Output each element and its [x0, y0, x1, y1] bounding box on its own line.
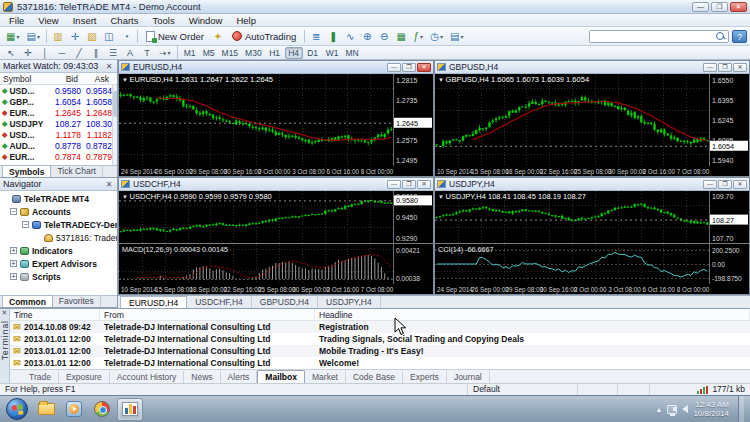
- timeframe-h1[interactable]: H1: [266, 47, 284, 59]
- terminal-tab-code-base[interactable]: Code Base: [346, 371, 403, 383]
- vertical-line-button[interactable]: │: [37, 47, 53, 59]
- menu-tools[interactable]: Tools: [145, 15, 181, 26]
- status-profile[interactable]: Default: [468, 384, 578, 395]
- chart-window-usdjpy[interactable]: USDJPY,H4 — ❐ ✕ 200.25000.00-198.8750CCI…: [434, 177, 750, 295]
- search-input[interactable]: [590, 31, 716, 42]
- close-button[interactable]: ✕: [733, 63, 747, 72]
- community-help-button[interactable]: ?: [732, 30, 747, 43]
- market-watch-row[interactable]: ◆USDJPY108.27108.30: [0, 118, 112, 129]
- minimize-button[interactable]: —: [703, 180, 717, 189]
- chart-tab-gbpusd-h4[interactable]: GBPUSD,H4: [252, 296, 318, 308]
- mail-row[interactable]: ✉2013.01.01 12:00Teletrade-DJ Internatio…: [10, 333, 750, 345]
- fibonacci-button[interactable]: ☰: [105, 47, 121, 59]
- templates-button[interactable]: ▤▾: [447, 29, 466, 44]
- chart-window-usdchf[interactable]: USDCHF,H4 — ❐ ✕ 0.004210.00038MACD(12,26…: [118, 177, 434, 295]
- chart-canvas[interactable]: 1.65501.63951.62451.60951.59401.605410 S…: [435, 74, 749, 176]
- timeframe-w1[interactable]: W1: [323, 47, 342, 59]
- chart-titlebar[interactable]: USDJPY,H4 — ❐ ✕: [435, 178, 749, 191]
- chart-canvas[interactable]: 200.25000.00-198.8750CCI(14) -66.6667109…: [435, 191, 749, 294]
- tray-expand-icon[interactable]: ▲: [655, 406, 662, 413]
- arrows-button[interactable]: ⇢▾: [156, 47, 174, 59]
- timeframe-m30[interactable]: M30: [242, 47, 265, 59]
- menu-window[interactable]: Window: [182, 15, 230, 26]
- menu-insert[interactable]: Insert: [66, 15, 104, 26]
- restore-button[interactable]: ❐: [711, 2, 728, 12]
- candlestick-chart-button[interactable]: ❚: [325, 29, 341, 44]
- tree-item-indicators[interactable]: +Indicators: [0, 244, 117, 257]
- trendline-button[interactable]: ╱: [71, 47, 87, 59]
- strategy-tester-button[interactable]: ◔: [118, 29, 134, 44]
- navigator-button[interactable]: ▧: [84, 29, 100, 44]
- restore-button[interactable]: ❐: [718, 180, 732, 189]
- market-watch-row[interactable]: ◆AUD...0.87780.8782: [0, 140, 112, 151]
- new-chart-button[interactable]: ▦▾: [3, 29, 22, 44]
- tab-favorites[interactable]: Favorites: [53, 295, 101, 307]
- line-chart-button[interactable]: ∿: [342, 29, 358, 44]
- tab-symbols[interactable]: Symbols: [2, 165, 51, 177]
- terminal-tab-trade[interactable]: Trade: [22, 371, 59, 383]
- chart-tab-usdchf-h4[interactable]: USDCHF,H4: [187, 296, 252, 308]
- terminal-tab-experts[interactable]: Experts: [403, 371, 447, 383]
- market-watch-row[interactable]: ◆USD...0.95800.9584: [0, 85, 112, 96]
- timeframe-m15[interactable]: M15: [219, 47, 242, 59]
- timeframe-h4[interactable]: H4: [285, 47, 303, 59]
- close-icon[interactable]: ✕: [104, 62, 114, 71]
- timeframe-m1[interactable]: M1: [181, 47, 199, 59]
- scrollbar-thumb[interactable]: [113, 91, 117, 117]
- restore-button[interactable]: ❐: [402, 63, 416, 72]
- tree-item-5371816-trader-n[interactable]: 5371816: Trader N: [0, 231, 117, 244]
- chart-tab-eurusd-h4[interactable]: EURUSD,H4: [120, 296, 187, 308]
- tree-item-scripts[interactable]: +Scripts: [0, 270, 117, 283]
- expand-icon[interactable]: +: [10, 247, 17, 254]
- tree-item-accounts[interactable]: −Accounts: [0, 205, 117, 218]
- restore-button[interactable]: ❐: [718, 63, 732, 72]
- timeframe-m5[interactable]: M5: [200, 47, 218, 59]
- close-button[interactable]: ✕: [733, 180, 747, 189]
- chart-canvas[interactable]: 0.004210.00038MACD(12,26,9) 0.00043 0.00…: [119, 191, 433, 294]
- menu-help[interactable]: Help: [229, 15, 263, 26]
- mail-row[interactable]: ✉2013.01.01 12:00Teletrade-DJ Internatio…: [10, 357, 750, 369]
- collapse-icon[interactable]: −: [22, 221, 29, 228]
- start-button[interactable]: [6, 398, 28, 420]
- menu-charts[interactable]: Charts: [104, 15, 146, 26]
- taskbar-explorer[interactable]: [33, 398, 59, 421]
- terminal-tab-account-history[interactable]: Account History: [110, 371, 185, 383]
- minimize-button[interactable]: —: [387, 63, 401, 72]
- taskbar-media-player[interactable]: [61, 398, 87, 421]
- market-watch-button[interactable]: ▥: [50, 29, 66, 44]
- close-icon[interactable]: ✕: [2, 309, 8, 318]
- chart-tab-usdjpy-h4[interactable]: USDJPY,H4: [318, 296, 381, 308]
- restore-button[interactable]: ❐: [402, 180, 416, 189]
- tab-tick-chart[interactable]: Tick Chart: [51, 165, 102, 177]
- channel-button[interactable]: ∥: [88, 47, 104, 59]
- close-button[interactable]: ✕: [417, 63, 431, 72]
- periods-button[interactable]: ◷▾: [427, 29, 446, 44]
- taskbar-clock[interactable]: 12:43 AM 10/8/2014: [693, 400, 729, 418]
- text-button[interactable]: A: [122, 47, 138, 59]
- menu-file[interactable]: File: [2, 15, 31, 26]
- collapse-icon[interactable]: −: [10, 208, 17, 215]
- chart-canvas[interactable]: 1.28151.27351.26551.25751.24951.264524 S…: [119, 74, 433, 176]
- label-button[interactable]: T: [139, 47, 155, 59]
- terminal-tab-exposure[interactable]: Exposure: [59, 371, 110, 383]
- expand-icon[interactable]: +: [10, 273, 17, 280]
- close-icon[interactable]: ✕: [104, 180, 114, 189]
- terminal-tab-journal[interactable]: Journal: [447, 371, 490, 383]
- chart-window-gbpusd[interactable]: GBPUSD,H4 — ❐ ✕ 1.65501.63951.62451.6095…: [434, 60, 750, 177]
- autotrading-button[interactable]: AutoTrading: [227, 29, 301, 44]
- taskbar-chrome[interactable]: [89, 398, 115, 421]
- market-watch-row[interactable]: ◆GBP...1.60541.6058: [0, 96, 112, 107]
- tile-windows-button[interactable]: ▦: [393, 29, 409, 44]
- chart-titlebar[interactable]: GBPUSD,H4 — ❐ ✕: [435, 61, 749, 74]
- speaker-icon[interactable]: [682, 405, 688, 413]
- chart-window-eurusd[interactable]: EURUSD,H4 — ❐ ✕ 1.28151.27351.26551.2575…: [118, 60, 434, 177]
- terminal-tab-mailbox[interactable]: Mailbox: [257, 370, 305, 384]
- tree-item-teletradecy-demo[interactable]: −TeleTRADECY-Demo: [0, 218, 117, 231]
- zoom-in-button[interactable]: ⊕: [359, 29, 375, 44]
- terminal-tab-market[interactable]: Market: [305, 371, 346, 383]
- terminal-tab-alerts[interactable]: Alerts: [221, 371, 258, 383]
- close-button[interactable]: ✕: [730, 2, 747, 12]
- terminal-button[interactable]: ◫: [101, 29, 117, 44]
- mail-row[interactable]: ✉2013.01.01 12:00Teletrade-DJ Internatio…: [10, 345, 750, 357]
- minimize-button[interactable]: —: [387, 180, 401, 189]
